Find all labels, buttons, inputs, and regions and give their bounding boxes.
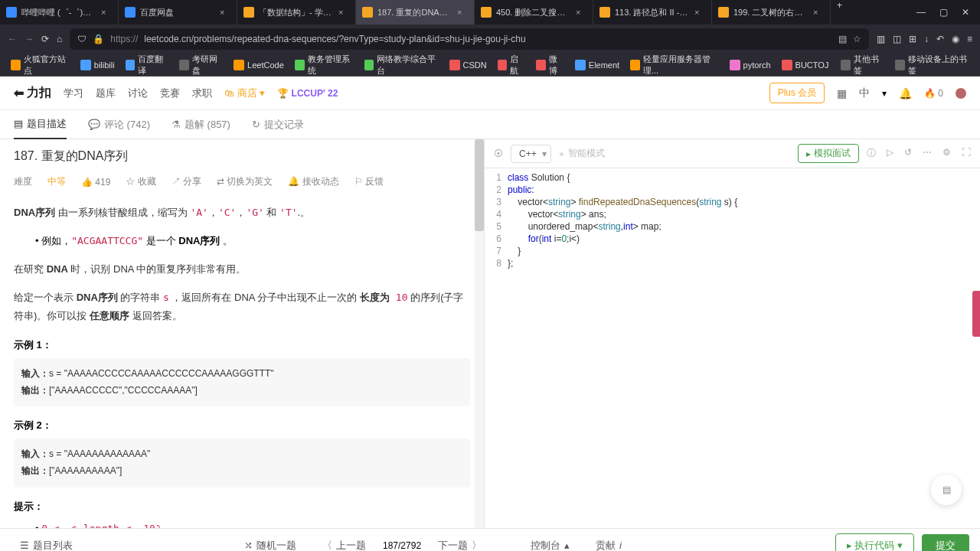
switch-lang-button[interactable]: ⇄ 切换为英文 <box>217 175 273 188</box>
bilibili-icon <box>80 60 91 70</box>
tab-description[interactable]: ▤题目描述 <box>14 110 67 139</box>
nav-contest[interactable]: 竞赛 <box>160 86 180 100</box>
bookmark[interactable]: 轻量应用服务器管理... <box>626 51 723 79</box>
close-icon[interactable]: × <box>101 8 112 17</box>
close-icon[interactable]: × <box>813 8 824 17</box>
back-arrow-icon[interactable]: ⬅ <box>14 86 24 100</box>
code-editor[interactable]: 12345678 class Solution { public: vector… <box>485 168 980 528</box>
streak-counter[interactable]: 🔥0 <box>924 88 943 99</box>
random-button[interactable]: ⤭ 随机一题 <box>235 534 305 552</box>
tools-icon[interactable]: ⋯ <box>923 147 932 160</box>
run-icon[interactable]: ▷ <box>887 147 893 160</box>
library-icon[interactable]: ▥ <box>877 34 885 44</box>
menu-icon[interactable]: ≡ <box>967 34 972 44</box>
avatar[interactable] <box>956 88 966 99</box>
back-button[interactable]: ← <box>8 34 17 44</box>
layout-icon[interactable]: ▦ <box>837 87 847 99</box>
notify-button[interactable]: 🔔 接收动态 <box>288 175 338 188</box>
fullscreen-icon[interactable]: ⛶ <box>962 147 971 160</box>
share-button[interactable]: ↗ 分享 <box>172 175 201 188</box>
close-icon[interactable]: × <box>220 8 230 17</box>
account-icon[interactable]: ◉ <box>952 34 959 44</box>
chevron-down-icon[interactable]: ▾ <box>882 88 887 99</box>
scrollbar[interactable] <box>475 139 484 528</box>
bookmark[interactable]: pytorch <box>725 57 776 73</box>
bookmark[interactable]: 网络教学综合平台 <box>360 51 443 79</box>
problem-list-button[interactable]: ☰ 题目列表 <box>11 534 82 552</box>
mock-interview-button[interactable]: ▸ 模拟面试 <box>798 144 859 163</box>
browser-tab[interactable]: 「数据结构」- 学习计划× <box>237 0 356 24</box>
nav-study[interactable]: 学习 <box>64 86 83 100</box>
nav-shop[interactable]: 🛍 商店 ▾ <box>224 86 265 100</box>
url-input[interactable]: 🛡 🔒 https://leetcode.cn/problems/repeate… <box>70 28 869 50</box>
nav-problems[interactable]: 题库 <box>96 86 116 100</box>
code-content[interactable]: class Solution { public: vector<string> … <box>508 171 980 528</box>
tab-solutions[interactable]: ⚗题解 (857) <box>172 110 230 139</box>
reset-icon[interactable]: ↺ <box>904 147 912 160</box>
bookmark[interactable]: CSDN <box>445 57 492 73</box>
bookmark[interactable]: BUCTOJ <box>777 57 834 73</box>
new-tab-button[interactable]: + <box>831 0 848 24</box>
run-code-button[interactable]: ▸ 执行代码 ▾ <box>835 533 914 552</box>
bookmark-star-icon[interactable]: ☆ <box>853 34 861 44</box>
favorite-button[interactable]: ☆ 收藏 <box>126 175 155 188</box>
home-button[interactable]: ⌂ <box>57 34 62 44</box>
contribute-button[interactable]: 贡献 i <box>586 534 631 552</box>
language-select[interactable]: C++ <box>511 145 551 163</box>
info-icon[interactable]: ⓘ <box>867 147 876 160</box>
browser-tab[interactable]: 113. 路径总和 II - 力扣× <box>593 0 712 24</box>
downloads-icon[interactable]: ↓ <box>924 34 929 44</box>
close-icon[interactable]: × <box>457 8 468 17</box>
smart-mode-toggle[interactable]: 智能模式 <box>559 147 605 160</box>
bell-icon[interactable]: 🔔 <box>899 87 912 99</box>
lccup-badge[interactable]: 🏆 LCCUP' 22 <box>277 88 338 99</box>
prev-button[interactable]: 〈 上一题 <box>313 534 375 552</box>
extensions-icon[interactable]: ⊞ <box>909 34 916 44</box>
history-back-icon[interactable]: ↶ <box>936 34 944 44</box>
bookmark[interactable]: 教务管理系统 <box>290 51 358 79</box>
reload-button[interactable]: ⟳ <box>41 34 49 44</box>
close-icon[interactable]: × <box>694 8 705 17</box>
reader-icon[interactable]: ▤ <box>838 34 847 44</box>
browser-tab[interactable]: 450. 删除二叉搜索树中的× <box>475 0 593 24</box>
nav-discuss[interactable]: 讨论 <box>128 86 148 100</box>
bookmark-folder[interactable]: 其他书签 <box>836 51 889 79</box>
side-handle[interactable] <box>972 291 980 337</box>
browser-tab[interactable]: 百度网盘× <box>119 0 237 24</box>
submit-button[interactable]: 提交 <box>922 534 969 552</box>
language-button[interactable]: 中 <box>859 86 870 100</box>
bookmark[interactable]: 火狐官方站点 <box>6 51 74 79</box>
settings-icon[interactable]: ⚙ <box>942 147 951 160</box>
bookmark[interactable]: 考研网盘 <box>175 51 227 79</box>
sidebar-icon[interactable]: ◫ <box>893 34 901 44</box>
bookmark[interactable]: 微博 <box>531 51 569 79</box>
edu-icon <box>295 60 305 70</box>
console-button[interactable]: 控制台 ▴ <box>521 534 579 552</box>
maximize-icon[interactable]: ▢ <box>939 7 948 18</box>
help-fab[interactable]: ▤ <box>931 474 962 505</box>
next-button[interactable]: 下一题 〉 <box>429 534 491 552</box>
leetcode-icon <box>243 7 254 18</box>
feedback-button[interactable]: ⚐ 反馈 <box>354 175 384 188</box>
tab-comments[interactable]: 💬评论 (742) <box>88 110 150 139</box>
tab-submissions[interactable]: ↻提交记录 <box>252 110 304 139</box>
bookmark[interactable]: Element <box>570 57 624 73</box>
browser-tab-active[interactable]: 187. 重复的DNA序列× <box>356 0 475 24</box>
shield-icon[interactable]: 🛡 <box>77 34 87 44</box>
editor-menu-icon[interactable]: ⦿ <box>494 148 503 159</box>
nav-jobs[interactable]: 求职 <box>192 86 212 100</box>
browser-tab[interactable]: 199. 二叉树的右视图 - 力× <box>712 0 831 24</box>
logo[interactable]: ⬅力扣 <box>14 85 51 101</box>
plus-button[interactable]: Plus 会员 <box>769 83 825 103</box>
bookmark[interactable]: bilibili <box>76 57 119 73</box>
bookmark[interactable]: 启航 <box>493 51 531 79</box>
bookmark[interactable]: LeetCode <box>229 57 289 73</box>
like-button[interactable]: 👍 419 <box>81 177 110 187</box>
minimize-icon[interactable]: — <box>916 7 926 18</box>
close-icon[interactable]: × <box>576 8 586 17</box>
bookmark[interactable]: 百度翻译 <box>121 51 174 79</box>
browser-tab[interactable]: 哔哩哔哩 (゜-゜)つロ 干× <box>0 0 119 24</box>
close-window-icon[interactable]: ✕ <box>962 7 969 18</box>
bookmark-folder[interactable]: 移动设备上的书签 <box>890 51 974 79</box>
close-icon[interactable]: × <box>338 8 349 17</box>
